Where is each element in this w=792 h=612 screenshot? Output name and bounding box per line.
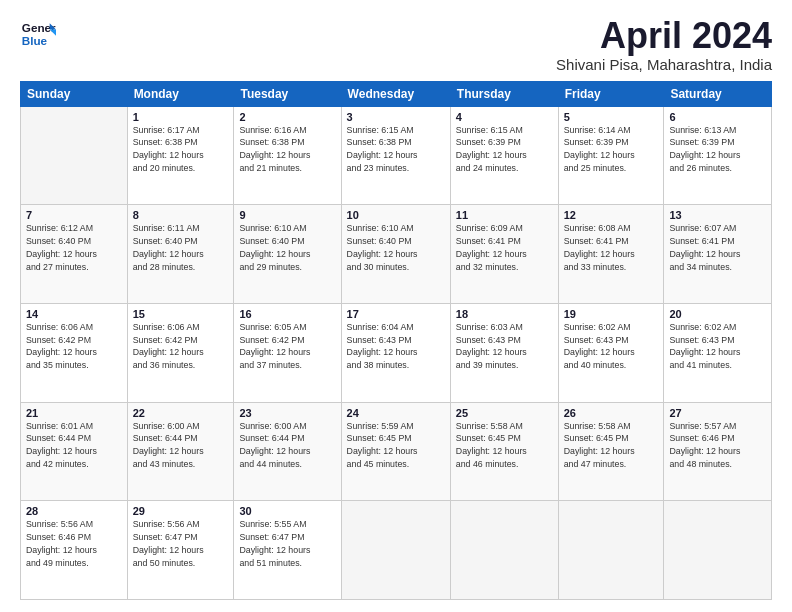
col-sunday: Sunday: [21, 81, 128, 106]
day-number: 24: [347, 407, 445, 419]
day-number: 23: [239, 407, 335, 419]
day-info: Sunrise: 6:15 AM Sunset: 6:39 PM Dayligh…: [456, 124, 553, 175]
day-number: 27: [669, 407, 766, 419]
day-info: Sunrise: 6:10 AM Sunset: 6:40 PM Dayligh…: [347, 222, 445, 273]
calendar-cell: 13Sunrise: 6:07 AM Sunset: 6:41 PM Dayli…: [664, 205, 772, 304]
col-saturday: Saturday: [664, 81, 772, 106]
calendar-cell: 7Sunrise: 6:12 AM Sunset: 6:40 PM Daylig…: [21, 205, 128, 304]
col-monday: Monday: [127, 81, 234, 106]
day-info: Sunrise: 6:12 AM Sunset: 6:40 PM Dayligh…: [26, 222, 122, 273]
day-info: Sunrise: 5:58 AM Sunset: 6:45 PM Dayligh…: [456, 420, 553, 471]
day-number: 4: [456, 111, 553, 123]
day-number: 25: [456, 407, 553, 419]
day-number: 18: [456, 308, 553, 320]
calendar-cell: 28Sunrise: 5:56 AM Sunset: 6:46 PM Dayli…: [21, 501, 128, 600]
day-info: Sunrise: 6:07 AM Sunset: 6:41 PM Dayligh…: [669, 222, 766, 273]
logo: General Blue: [20, 16, 56, 52]
calendar-cell: 8Sunrise: 6:11 AM Sunset: 6:40 PM Daylig…: [127, 205, 234, 304]
calendar-cell: 29Sunrise: 5:56 AM Sunset: 6:47 PM Dayli…: [127, 501, 234, 600]
calendar-cell: 4Sunrise: 6:15 AM Sunset: 6:39 PM Daylig…: [450, 106, 558, 205]
calendar-header-row: Sunday Monday Tuesday Wednesday Thursday…: [21, 81, 772, 106]
month-title: April 2024: [556, 16, 772, 56]
calendar-cell: 15Sunrise: 6:06 AM Sunset: 6:42 PM Dayli…: [127, 303, 234, 402]
day-number: 22: [133, 407, 229, 419]
day-info: Sunrise: 6:06 AM Sunset: 6:42 PM Dayligh…: [133, 321, 229, 372]
day-info: Sunrise: 6:17 AM Sunset: 6:38 PM Dayligh…: [133, 124, 229, 175]
day-number: 8: [133, 209, 229, 221]
calendar-cell: 20Sunrise: 6:02 AM Sunset: 6:43 PM Dayli…: [664, 303, 772, 402]
col-thursday: Thursday: [450, 81, 558, 106]
day-number: 16: [239, 308, 335, 320]
day-info: Sunrise: 6:11 AM Sunset: 6:40 PM Dayligh…: [133, 222, 229, 273]
day-number: 5: [564, 111, 659, 123]
day-number: 19: [564, 308, 659, 320]
day-info: Sunrise: 5:58 AM Sunset: 6:45 PM Dayligh…: [564, 420, 659, 471]
calendar-cell: 3Sunrise: 6:15 AM Sunset: 6:38 PM Daylig…: [341, 106, 450, 205]
calendar-cell: 30Sunrise: 5:55 AM Sunset: 6:47 PM Dayli…: [234, 501, 341, 600]
calendar-cell: 25Sunrise: 5:58 AM Sunset: 6:45 PM Dayli…: [450, 402, 558, 501]
header: General Blue April 2024 Shivani Pisa, Ma…: [20, 16, 772, 73]
calendar-cell: [664, 501, 772, 600]
day-number: 3: [347, 111, 445, 123]
calendar-cell: 16Sunrise: 6:05 AM Sunset: 6:42 PM Dayli…: [234, 303, 341, 402]
day-info: Sunrise: 5:56 AM Sunset: 6:47 PM Dayligh…: [133, 518, 229, 569]
day-number: 30: [239, 505, 335, 517]
day-info: Sunrise: 6:06 AM Sunset: 6:42 PM Dayligh…: [26, 321, 122, 372]
day-number: 28: [26, 505, 122, 517]
logo-icon: General Blue: [20, 16, 56, 52]
svg-text:Blue: Blue: [22, 34, 48, 47]
day-number: 10: [347, 209, 445, 221]
day-number: 2: [239, 111, 335, 123]
calendar-cell: 1Sunrise: 6:17 AM Sunset: 6:38 PM Daylig…: [127, 106, 234, 205]
calendar-cell: 24Sunrise: 5:59 AM Sunset: 6:45 PM Dayli…: [341, 402, 450, 501]
day-info: Sunrise: 5:59 AM Sunset: 6:45 PM Dayligh…: [347, 420, 445, 471]
calendar-cell: 23Sunrise: 6:00 AM Sunset: 6:44 PM Dayli…: [234, 402, 341, 501]
calendar-cell: 22Sunrise: 6:00 AM Sunset: 6:44 PM Dayli…: [127, 402, 234, 501]
calendar-week-row: 7Sunrise: 6:12 AM Sunset: 6:40 PM Daylig…: [21, 205, 772, 304]
calendar-cell: 9Sunrise: 6:10 AM Sunset: 6:40 PM Daylig…: [234, 205, 341, 304]
calendar-week-row: 21Sunrise: 6:01 AM Sunset: 6:44 PM Dayli…: [21, 402, 772, 501]
day-info: Sunrise: 6:14 AM Sunset: 6:39 PM Dayligh…: [564, 124, 659, 175]
calendar-cell: 12Sunrise: 6:08 AM Sunset: 6:41 PM Dayli…: [558, 205, 664, 304]
day-info: Sunrise: 6:09 AM Sunset: 6:41 PM Dayligh…: [456, 222, 553, 273]
calendar-week-row: 1Sunrise: 6:17 AM Sunset: 6:38 PM Daylig…: [21, 106, 772, 205]
calendar-cell: 21Sunrise: 6:01 AM Sunset: 6:44 PM Dayli…: [21, 402, 128, 501]
calendar-week-row: 28Sunrise: 5:56 AM Sunset: 6:46 PM Dayli…: [21, 501, 772, 600]
day-info: Sunrise: 6:13 AM Sunset: 6:39 PM Dayligh…: [669, 124, 766, 175]
calendar-cell: 26Sunrise: 5:58 AM Sunset: 6:45 PM Dayli…: [558, 402, 664, 501]
day-info: Sunrise: 6:01 AM Sunset: 6:44 PM Dayligh…: [26, 420, 122, 471]
day-number: 6: [669, 111, 766, 123]
day-info: Sunrise: 6:00 AM Sunset: 6:44 PM Dayligh…: [133, 420, 229, 471]
col-wednesday: Wednesday: [341, 81, 450, 106]
day-number: 9: [239, 209, 335, 221]
calendar-cell: [21, 106, 128, 205]
calendar-cell: 19Sunrise: 6:02 AM Sunset: 6:43 PM Dayli…: [558, 303, 664, 402]
col-friday: Friday: [558, 81, 664, 106]
page: General Blue April 2024 Shivani Pisa, Ma…: [0, 0, 792, 612]
calendar-table: Sunday Monday Tuesday Wednesday Thursday…: [20, 81, 772, 600]
day-info: Sunrise: 6:00 AM Sunset: 6:44 PM Dayligh…: [239, 420, 335, 471]
calendar-cell: 2Sunrise: 6:16 AM Sunset: 6:38 PM Daylig…: [234, 106, 341, 205]
calendar-week-row: 14Sunrise: 6:06 AM Sunset: 6:42 PM Dayli…: [21, 303, 772, 402]
day-number: 26: [564, 407, 659, 419]
day-info: Sunrise: 5:56 AM Sunset: 6:46 PM Dayligh…: [26, 518, 122, 569]
calendar-cell: [558, 501, 664, 600]
day-info: Sunrise: 6:16 AM Sunset: 6:38 PM Dayligh…: [239, 124, 335, 175]
day-number: 13: [669, 209, 766, 221]
day-number: 17: [347, 308, 445, 320]
day-number: 12: [564, 209, 659, 221]
calendar-cell: 5Sunrise: 6:14 AM Sunset: 6:39 PM Daylig…: [558, 106, 664, 205]
day-number: 14: [26, 308, 122, 320]
location-subtitle: Shivani Pisa, Maharashtra, India: [556, 56, 772, 73]
day-info: Sunrise: 6:04 AM Sunset: 6:43 PM Dayligh…: [347, 321, 445, 372]
day-info: Sunrise: 6:02 AM Sunset: 6:43 PM Dayligh…: [564, 321, 659, 372]
calendar-cell: [450, 501, 558, 600]
day-info: Sunrise: 6:15 AM Sunset: 6:38 PM Dayligh…: [347, 124, 445, 175]
col-tuesday: Tuesday: [234, 81, 341, 106]
day-number: 21: [26, 407, 122, 419]
day-number: 11: [456, 209, 553, 221]
calendar-cell: 27Sunrise: 5:57 AM Sunset: 6:46 PM Dayli…: [664, 402, 772, 501]
title-block: April 2024 Shivani Pisa, Maharashtra, In…: [556, 16, 772, 73]
day-info: Sunrise: 6:03 AM Sunset: 6:43 PM Dayligh…: [456, 321, 553, 372]
day-info: Sunrise: 6:05 AM Sunset: 6:42 PM Dayligh…: [239, 321, 335, 372]
